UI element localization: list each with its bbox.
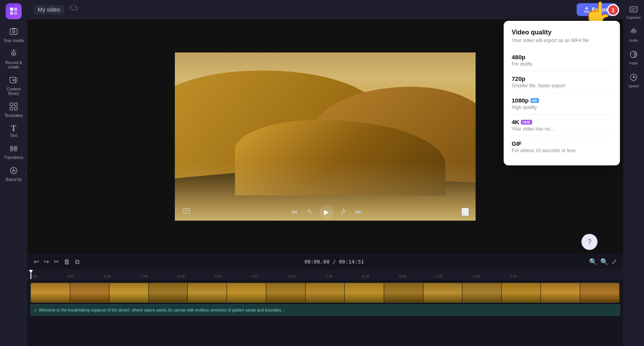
preview-area: ⏮ ▶ ⏭ [27, 19, 623, 254]
ruler-mark-3: 0:06 [141, 274, 148, 278]
skip-back-button[interactable]: ⏮ [290, 207, 299, 217]
sidebar: Your media Record & create Content libra… [0, 0, 27, 346]
skip-forward-button[interactable]: ⏭ [354, 207, 363, 217]
track-frame-12 [462, 283, 502, 302]
svg-rect-21 [630, 7, 637, 12]
cut-button[interactable]: ✂ [54, 258, 59, 266]
sidebar-item-templates[interactable]: Templates [0, 99, 27, 121]
help-button[interactable]: ? [581, 234, 597, 250]
subtitle-text: Welcome to the breathtaking expanse of t… [39, 308, 284, 312]
track-frame-15 [580, 283, 620, 302]
ruler-mark-11: 0:22 [436, 274, 443, 278]
svg-rect-2 [10, 12, 13, 15]
video-controls-left [181, 207, 192, 217]
redo-button[interactable]: ↪ [44, 258, 49, 266]
svg-point-17 [10, 167, 17, 174]
right-panel-fade-label: Fade [630, 61, 638, 65]
track-frame-6 [227, 283, 266, 302]
time-ruler[interactable]: 0:00 0:02 0:04 0:06 0:08 0:10 0:12 0:14 … [27, 270, 623, 280]
ruler-mark-7: 0:14 [288, 274, 296, 278]
right-panel: Captions Audio Fade Speed [623, 0, 644, 346]
duplicate-button[interactable]: ⧉ [75, 258, 79, 266]
svg-rect-5 [12, 28, 16, 29]
right-panel-fade[interactable]: Fade [623, 47, 644, 68]
fit-zoom-button[interactable]: ⤢ [612, 258, 617, 266]
right-panel-captions-label: Captions [626, 16, 641, 20]
subtitle-track[interactable]: ♪ Welcome to the breathtaking expanse of… [30, 304, 620, 316]
captions-icon [630, 6, 638, 15]
rewind-button[interactable] [304, 206, 314, 218]
svg-point-8 [13, 53, 14, 54]
cloud-save-icon [69, 5, 78, 14]
video-background [175, 52, 476, 221]
svg-rect-18 [183, 209, 190, 213]
text-icon: T [11, 124, 16, 132]
speed-icon [630, 73, 638, 83]
timeline-area: ↩ ↪ ✂ 🗑 ⧉ 00:00.00 / 00:14:51 🔍 🔍 ⤢ 0:0 [27, 254, 623, 346]
sidebar-item-transitions[interactable]: Transitions [0, 141, 27, 163]
svg-rect-13 [10, 107, 13, 110]
sidebar-item-record[interactable]: Record & create [0, 46, 27, 72]
delete-button[interactable]: 🗑 [64, 258, 70, 266]
track-frame-1 [31, 283, 70, 302]
sidebar-item-text[interactable]: T Text [0, 121, 27, 141]
right-panel-audio-label: Audio [629, 38, 638, 42]
sidebar-item-brand-kit[interactable]: Brand kit [0, 163, 27, 185]
record-icon [9, 49, 18, 59]
ruler-mark-4: 0:08 [178, 274, 185, 278]
your-media-icon [9, 27, 18, 37]
track-frame-10 [384, 283, 423, 302]
zoom-in-button[interactable]: 🔍 [600, 258, 608, 266]
right-panel-speed[interactable]: Speed [623, 70, 644, 91]
sidebar-collapse-arrow[interactable]: › [25, 171, 26, 177]
ruler-mark-12: 0:24 [473, 274, 480, 278]
undo-button[interactable]: ↩ [34, 258, 39, 266]
app-logo[interactable] [6, 3, 22, 19]
right-panel-audio[interactable]: Audio [623, 24, 644, 46]
transitions-icon [9, 144, 18, 154]
svg-rect-3 [14, 12, 17, 15]
svg-rect-0 [10, 8, 13, 11]
sidebar-item-brand-kit-label: Brand kit [6, 177, 21, 182]
sidebar-item-content-library[interactable]: Content library [0, 72, 27, 99]
ruler-mark-6: 0:12 [251, 274, 259, 278]
sidebar-item-transitions-label: Transitions [4, 155, 24, 160]
fullscreen-button[interactable]: ⛶ [461, 207, 469, 216]
audio-icon [630, 28, 637, 38]
track-frame-4 [149, 283, 188, 302]
sidebar-item-record-label: Record & create [2, 60, 26, 69]
right-panel-captions[interactable]: Captions [623, 3, 644, 23]
svg-rect-1 [14, 8, 17, 11]
svg-rect-4 [10, 29, 17, 34]
main-area: My video Export [27, 0, 623, 346]
svg-rect-12 [14, 103, 17, 106]
playhead-triangle [29, 270, 33, 273]
track-frame-11 [423, 283, 463, 302]
ruler-mark-2: 0:04 [104, 274, 111, 278]
forward-button[interactable] [338, 206, 349, 218]
video-track[interactable] [30, 283, 620, 303]
content-wrapper: ⏮ ▶ ⏭ [27, 19, 623, 346]
video-title[interactable]: My video [34, 5, 64, 14]
sidebar-item-your-media-label: Your media [4, 38, 24, 43]
ruler-mark-10: 0:20 [399, 274, 406, 278]
svg-rect-9 [13, 50, 14, 51]
captions-toggle-button[interactable] [181, 207, 192, 217]
track-area: ♪ Welcome to the breathtaking expanse of… [27, 280, 623, 346]
play-button[interactable]: ▶ [319, 205, 334, 219]
video-controls-right: ⛶ [461, 207, 469, 216]
svg-rect-15 [10, 146, 13, 151]
zoom-out-button[interactable]: 🔍 [589, 258, 597, 266]
timeline-time-display: 00:00.00 / 00:14:51 [84, 259, 584, 265]
export-button[interactable]: Export [577, 3, 617, 16]
playhead[interactable] [30, 270, 31, 279]
svg-rect-16 [14, 146, 17, 151]
sidebar-item-your-media[interactable]: Your media [0, 24, 27, 46]
svg-point-6 [12, 30, 15, 33]
export-button-label: Export [592, 6, 610, 13]
track-frame-14 [541, 283, 580, 302]
sidebar-item-templates-label: Templates [4, 113, 23, 118]
content-library-icon [9, 76, 18, 86]
ruler-mark-13: 0:26 [510, 274, 517, 278]
track-frame-8 [306, 283, 345, 302]
